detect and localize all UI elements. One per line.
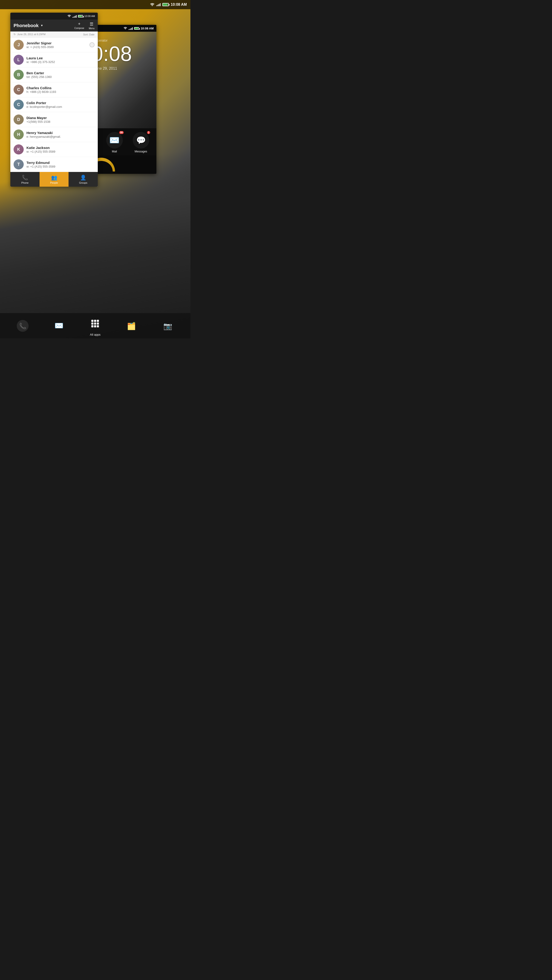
contacts-icon: 🗂️ — [125, 320, 138, 332]
home-battery-icon — [134, 27, 139, 30]
svg-rect-6 — [94, 320, 96, 322]
home-wifi-icon — [123, 27, 127, 30]
contact-item-jennifer[interactable]: J Jennifer Signer w: + (A15) 555-3589 — [10, 37, 98, 52]
sync-bar: ↻ June 29, 2011 at 6:29PM Sort: Date — [10, 32, 98, 37]
dock-phone-icon: 📞 — [14, 317, 31, 334]
contact-phone-colin: e: bcolinporter@gmail.com — [26, 105, 94, 108]
svg-rect-10 — [97, 322, 99, 325]
contact-item-diana[interactable]: D Diana Mayer +1(568) 555-1538 — [10, 112, 98, 127]
menu-button[interactable]: ☰ Menu — [89, 22, 94, 30]
contact-phone-jennifer: w: + (A15) 555-3589 — [26, 45, 87, 49]
svg-rect-5 — [91, 320, 93, 322]
contact-phone-terry: w: +1 (A15) 555-3589 — [26, 165, 94, 168]
svg-rect-7 — [97, 320, 99, 322]
people-tab-icon: 👥 — [51, 175, 57, 181]
messages-badge: 2 — [147, 131, 150, 134]
svg-rect-8 — [91, 322, 93, 325]
phonebook-title-area[interactable]: Phonebook ▼ — [14, 23, 43, 28]
contact-phone-ben: txt: (555) 258-1360 — [26, 75, 94, 79]
mail-dock-icon: ✉️ — [53, 320, 65, 332]
contact-phone-katie: w: +1 (A15) 555-3589 — [26, 150, 94, 153]
dock-phone-item[interactable]: 📞 — [14, 317, 31, 334]
sync-icon: ↻ — [14, 33, 16, 36]
allapps-label: All apps — [90, 333, 101, 336]
phone-tab-label: Phone — [21, 181, 29, 184]
dock-camera-item[interactable]: 📷 — [160, 317, 176, 334]
phonebook-battery-icon — [78, 15, 83, 18]
contact-radio-jennifer[interactable] — [89, 42, 94, 47]
menu-label: Menu — [89, 27, 94, 30]
mail-app-item[interactable]: ✉️ 99 Mail — [106, 132, 123, 153]
contact-item-terry[interactable]: T Terry Edmund w: +1 (A15) 555-3589 — [10, 157, 98, 172]
phonebook-wifi-icon — [67, 15, 71, 18]
dock-mail-item[interactable]: ✉️ — [51, 317, 67, 334]
mail-badge: 99 — [119, 131, 123, 134]
contact-item-ben[interactable]: B Ben Carter txt: (555) 258-1360 — [10, 67, 98, 82]
contact-info-terry: Terry Edmund w: +1 (A15) 555-3589 — [26, 161, 94, 169]
contact-avatar-ben: B — [14, 70, 24, 80]
sort-text: Sort: Date — [83, 33, 94, 36]
contact-name-terry: Terry Edmund — [26, 161, 94, 165]
phonebook-signal-icon — [72, 14, 77, 18]
mail-label: Mail — [112, 150, 117, 153]
allapps-icon — [89, 317, 101, 330]
tab-groups[interactable]: 👤 Groups — [69, 172, 98, 187]
tab-phone[interactable]: 📞 Phone — [10, 172, 40, 187]
sync-text: ↻ June 29, 2011 at 6:29PM — [14, 33, 46, 36]
battery-icon — [163, 3, 169, 6]
contact-name-katie: Katie Jackson — [26, 146, 94, 150]
svg-rect-13 — [97, 325, 99, 327]
contact-info-henry: Henry Yamazaki e: henryyamazaki@gmail. — [26, 130, 94, 138]
phone-icon: 📞 — [16, 320, 29, 332]
dock-contacts-item[interactable]: 🗂️ — [123, 317, 140, 334]
contact-info-colin: Colin Porter e: bcolinporter@gmail.com — [26, 101, 94, 109]
contact-item-colin[interactable]: C Colin Porter e: bcolinporter@gmail.com — [10, 97, 98, 112]
messages-icon: 💬 2 — [133, 132, 149, 148]
dock-allapps-item[interactable]: All apps — [87, 315, 104, 336]
contact-name-jennifer: Jennifer Signer — [26, 41, 87, 46]
contact-avatar-colin: C — [14, 100, 24, 110]
contact-name-ben: Ben Carter — [26, 71, 94, 75]
phonebook-dropdown-arrow[interactable]: ▼ — [40, 24, 43, 27]
contact-item-laura[interactable]: L Laura Lee w: +886 (3) 375-3252 — [10, 52, 98, 67]
contact-item-katie[interactable]: K Katie Jackson w: +1 (A15) 555-3589 — [10, 142, 98, 157]
mail-icon: ✉️ 99 — [106, 132, 123, 148]
contact-name-diana: Diana Mayer — [26, 116, 94, 120]
contact-info-katie: Katie Jackson w: +1 (A15) 555-3589 — [26, 146, 94, 154]
messages-app-item[interactable]: 💬 2 Messages — [133, 132, 149, 153]
contact-list: J Jennifer Signer w: + (A15) 555-3589 L … — [10, 37, 98, 172]
contact-avatar-diana: D — [14, 115, 24, 125]
compose-button[interactable]: + Compose — [74, 22, 84, 29]
svg-rect-9 — [94, 322, 96, 325]
phonebook-status-time: 10:08 AM — [85, 15, 95, 18]
contact-avatar-charles: C — [14, 84, 24, 95]
phonebook-nav: 📞 Phone 👥 People 👤 Groups — [10, 172, 98, 187]
contact-item-henry[interactable]: H Henry Yamazaki e: henryyamazaki@gmail. — [10, 127, 98, 142]
tab-people[interactable]: 👥 People — [40, 172, 69, 187]
dock-mail-icon: ✉️ — [51, 317, 67, 334]
contact-avatar-terry: T — [14, 159, 24, 169]
contact-phone-diana: +1(568) 555-1538 — [26, 120, 94, 123]
home-status-time: 10:08 AM — [140, 27, 154, 30]
compose-label: Compose — [74, 27, 84, 29]
dock-camera-icon: 📷 — [160, 317, 176, 334]
svg-text:✉️: ✉️ — [54, 321, 64, 330]
phone-tab-icon: 📞 — [22, 175, 28, 181]
contact-info-jennifer: Jennifer Signer w: + (A15) 555-3589 — [26, 41, 87, 49]
menu-icon: ☰ — [90, 22, 93, 27]
contact-item-charles[interactable]: C Charles Collins h: +886 (2) 6639-1193 — [10, 82, 98, 97]
groups-tab-icon: 👤 — [80, 175, 86, 181]
contact-avatar-jennifer: J — [14, 40, 24, 50]
contact-name-laura: Laura Lee — [26, 56, 94, 60]
messages-label: Messages — [134, 150, 147, 153]
main-status-bar: 10:08 AM — [0, 0, 190, 9]
svg-rect-11 — [91, 325, 93, 327]
contact-avatar-henry: H — [14, 129, 24, 140]
contact-name-henry: Henry Yamazaki — [26, 130, 94, 135]
contact-info-ben: Ben Carter txt: (555) 258-1360 — [26, 71, 94, 79]
contact-info-charles: Charles Collins h: +886 (2) 6639-1193 — [26, 86, 94, 94]
contact-avatar-katie: K — [14, 144, 24, 154]
phonebook-title: Phonebook — [14, 23, 39, 28]
phonebook-panel: 10:08 AM Phonebook ▼ + Compose ☰ Menu ↻ … — [10, 13, 98, 187]
contact-name-colin: Colin Porter — [26, 101, 94, 105]
